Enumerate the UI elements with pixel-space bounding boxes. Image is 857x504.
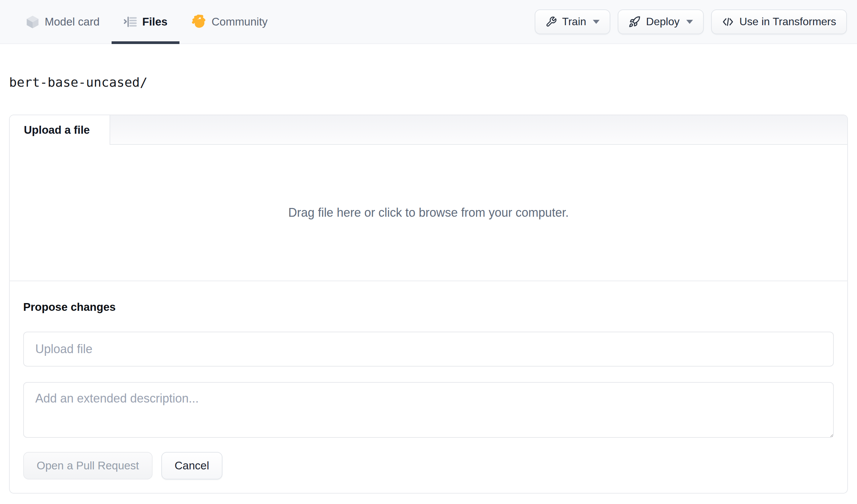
rocket-icon	[628, 16, 641, 28]
train-button-label: Train	[562, 15, 586, 28]
tab-files[interactable]: Files	[112, 0, 180, 43]
tab-community[interactable]: Community	[180, 0, 280, 43]
tab-label: Community	[212, 15, 268, 28]
open-pull-request-button[interactable]: Open a Pull Request	[23, 452, 153, 480]
waving-hand-icon	[191, 14, 206, 29]
tab-label: Model card	[45, 15, 100, 28]
propose-changes-heading: Propose changes	[23, 300, 834, 314]
train-button[interactable]: Train	[535, 10, 611, 34]
cube-icon	[26, 15, 40, 29]
extended-description-textarea[interactable]	[23, 382, 834, 438]
file-versions-icon	[124, 15, 137, 29]
main-content: bert-base-uncased/ Upload a file Drag fi…	[0, 75, 857, 493]
breadcrumb[interactable]: bert-base-uncased/	[9, 75, 848, 90]
tab-upload-a-file[interactable]: Upload a file	[10, 115, 110, 145]
cancel-button[interactable]: Cancel	[161, 452, 223, 480]
wrench-icon	[545, 16, 557, 28]
use-in-transformers-label: Use in Transformers	[739, 15, 836, 28]
propose-changes-section: Propose changes Open a Pull Request Canc…	[10, 281, 847, 493]
dropzone-hint-text: Drag file here or click to browse from y…	[288, 206, 569, 220]
repo-action-buttons: Train Deploy	[535, 0, 847, 43]
deploy-button-label: Deploy	[646, 15, 679, 28]
commit-title-input[interactable]	[23, 332, 834, 367]
use-in-transformers-button[interactable]: Use in Transformers	[711, 10, 847, 34]
tab-model-card[interactable]: Model card	[14, 0, 112, 43]
chevron-down-icon	[686, 20, 693, 24]
deploy-button[interactable]: Deploy	[618, 10, 704, 34]
code-icon	[722, 16, 734, 28]
file-dropzone[interactable]: Drag file here or click to browse from y…	[10, 145, 847, 281]
footer-actions: Open a Pull Request Cancel	[23, 452, 834, 480]
repo-header: Model card Files	[0, 0, 857, 44]
chevron-down-icon	[593, 20, 600, 24]
upload-file-card: Upload a file Drag file here or click to…	[9, 115, 848, 493]
tab-label: Files	[142, 15, 167, 28]
tab-bar-filler	[110, 115, 847, 145]
repo-tab-bar: Model card Files	[14, 0, 280, 43]
upload-card-tab-bar: Upload a file	[10, 115, 847, 145]
